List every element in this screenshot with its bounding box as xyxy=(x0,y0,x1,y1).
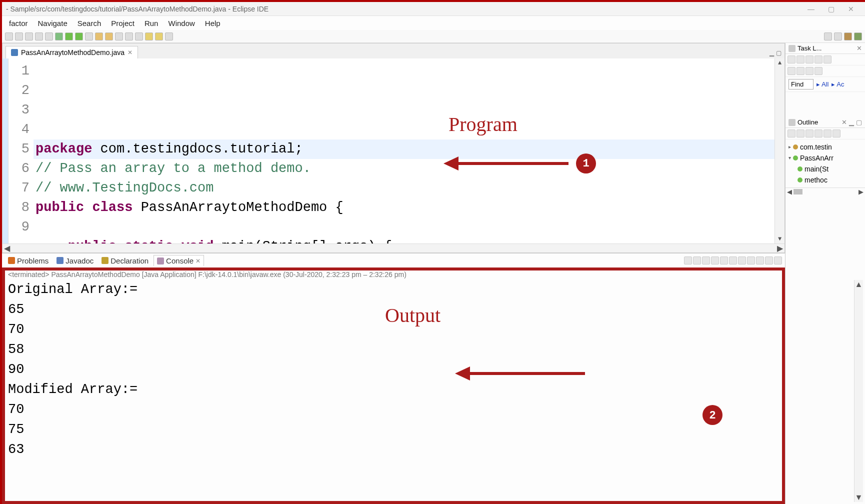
presentation-icon[interactable] xyxy=(806,67,814,75)
method-icon xyxy=(798,178,802,182)
menu-window[interactable]: Window xyxy=(163,18,200,28)
close-tab-icon[interactable]: ✕ xyxy=(128,49,132,56)
menu-refactor[interactable]: factor xyxy=(4,18,33,28)
editor-tab-label: PassAnArraytoMethodDemo.java xyxy=(21,48,124,56)
search-icon[interactable] xyxy=(115,32,123,40)
window-title: - Sample/src/com/testingdocs/tutorial/Pa… xyxy=(6,5,801,13)
focus-icon[interactable] xyxy=(788,67,796,75)
link-icon[interactable] xyxy=(796,67,804,75)
outline-min-icon[interactable]: ▁ xyxy=(849,118,854,126)
method-icon xyxy=(798,166,802,172)
editor-tabs: PassAnArraytoMethodDemo.java ✕ ▁ ▢ xyxy=(2,44,784,58)
task-list-header[interactable]: Task L... ✕ xyxy=(786,43,865,54)
collapse-icon[interactable] xyxy=(814,56,822,64)
problems-icon xyxy=(8,257,15,264)
remove-launch-icon[interactable] xyxy=(693,256,701,264)
menu-run[interactable]: Run xyxy=(140,18,164,28)
hide-nonpublic-icon[interactable] xyxy=(814,130,822,138)
menu-navigate[interactable]: Navigate xyxy=(33,18,72,28)
outline-title: Outline xyxy=(798,118,818,126)
sort-icon[interactable] xyxy=(788,130,796,138)
menu-search[interactable]: Search xyxy=(72,18,106,28)
outline-max-icon[interactable]: ▢ xyxy=(856,118,862,126)
hide-fields-icon[interactable] xyxy=(796,130,804,138)
debug-perspective-icon[interactable] xyxy=(854,32,862,40)
outline-hscroll[interactable]: ◀▶ xyxy=(786,188,865,196)
editor-tab-active[interactable]: PassAnArraytoMethodDemo.java ✕ xyxy=(6,46,138,58)
focus-active-icon[interactable] xyxy=(832,130,840,138)
editor-pane: PassAnArraytoMethodDemo.java ✕ ▁ ▢ 1 2 3… xyxy=(2,43,785,253)
outline-tree[interactable]: ▸ com.testin ▾ PassAnArr main(St methoc xyxy=(786,140,865,188)
close-task-panel-icon[interactable]: ✕ xyxy=(856,44,862,52)
paste-icon[interactable] xyxy=(35,32,43,40)
close-button[interactable]: ✕ xyxy=(841,4,861,14)
max-console-icon[interactable] xyxy=(774,256,782,264)
open-console-icon[interactable] xyxy=(756,256,764,264)
maximize-view-icon[interactable]: ▢ xyxy=(776,50,782,56)
annotation-output-label: Output xyxy=(385,304,440,327)
hide-static-icon[interactable] xyxy=(806,130,814,138)
console-vscrollbar[interactable]: ▲ ▼ xyxy=(854,280,863,502)
terminate-icon[interactable] xyxy=(684,256,692,264)
display-console-icon[interactable] xyxy=(747,256,755,264)
close-console-tab-icon[interactable]: ✕ xyxy=(196,258,200,264)
task-find-row: ▸ All ▸ Ac xyxy=(786,77,865,92)
min-console-icon[interactable] xyxy=(765,256,773,264)
external-tools-icon[interactable] xyxy=(85,32,93,40)
remove-all-icon[interactable] xyxy=(702,256,710,264)
menu-help[interactable]: Help xyxy=(200,18,226,28)
tab-problems[interactable]: Problems xyxy=(5,256,52,266)
quick-access-icon[interactable] xyxy=(824,32,832,40)
schedule-icon[interactable] xyxy=(814,67,822,75)
new-class-icon[interactable] xyxy=(105,32,113,40)
java-perspective-icon[interactable] xyxy=(844,32,852,40)
declaration-icon xyxy=(102,257,108,264)
main-toolbar xyxy=(2,30,865,43)
find-input[interactable] xyxy=(788,79,814,90)
tab-declaration[interactable]: Declaration xyxy=(98,256,152,266)
outline-node-main: main(St xyxy=(788,164,864,174)
save-icon[interactable] xyxy=(15,32,23,40)
class-icon xyxy=(793,156,798,160)
new-task-icon[interactable] xyxy=(788,56,796,64)
minimize-button[interactable]: — xyxy=(801,4,821,14)
sync-icon[interactable] xyxy=(824,56,832,64)
code-area[interactable]: 1 2 3 4 5 6 7 8 9 package com.testingdoc… xyxy=(2,58,784,244)
console-icon xyxy=(157,258,164,264)
coverage-icon[interactable] xyxy=(75,32,83,40)
tab-javadoc[interactable]: Javadoc xyxy=(54,256,96,266)
scroll-lock-icon[interactable] xyxy=(720,256,728,264)
skip-bp-icon[interactable] xyxy=(45,32,53,40)
minimize-view-icon[interactable]: ▁ xyxy=(770,50,774,56)
new-package-icon[interactable] xyxy=(95,32,103,40)
bottom-tabs: Problems Javadoc Declaration Console✕ xyxy=(2,254,785,268)
categorize-icon[interactable] xyxy=(806,56,814,64)
editor-hscrollbar[interactable]: ◀▶ xyxy=(2,244,784,252)
editor-vscrollbar[interactable]: ▲▼ xyxy=(774,58,784,244)
tab-console[interactable]: Console✕ xyxy=(154,255,204,266)
clear-console-icon[interactable] xyxy=(711,256,719,264)
maximize-button[interactable]: ▢ xyxy=(821,4,841,14)
open-type-icon[interactable] xyxy=(25,32,33,40)
open-perspective-icon[interactable] xyxy=(834,32,842,40)
pin-console-icon[interactable] xyxy=(738,256,746,264)
run-icon[interactable] xyxy=(65,32,73,40)
debug-icon[interactable] xyxy=(55,32,63,40)
word-wrap-icon[interactable] xyxy=(729,256,737,264)
back-icon[interactable] xyxy=(145,32,153,40)
new-icon[interactable] xyxy=(5,32,13,40)
marker-bar[interactable] xyxy=(2,58,8,244)
task-dropdown-icon[interactable] xyxy=(796,56,804,64)
find-all-link[interactable]: ▸ All xyxy=(816,80,828,88)
annotation-next-icon[interactable] xyxy=(135,32,143,40)
annotation-prev-icon[interactable] xyxy=(125,32,133,40)
forward-icon[interactable] xyxy=(155,32,163,40)
outline-header[interactable]: Outline ✕ ▁ ▢ xyxy=(786,117,865,128)
menu-project[interactable]: Project xyxy=(106,18,140,28)
find-activate-link[interactable]: ▸ Ac xyxy=(832,80,844,88)
close-outline-icon[interactable]: ✕ xyxy=(842,118,847,126)
console-status: <terminated> PassAnArraytoMethodDemo [Ja… xyxy=(5,270,782,280)
hide-local-icon[interactable] xyxy=(824,130,832,138)
pin-icon[interactable] xyxy=(165,32,173,40)
code-content[interactable]: package com.testingdocs.tutorial; // Pas… xyxy=(36,120,774,244)
